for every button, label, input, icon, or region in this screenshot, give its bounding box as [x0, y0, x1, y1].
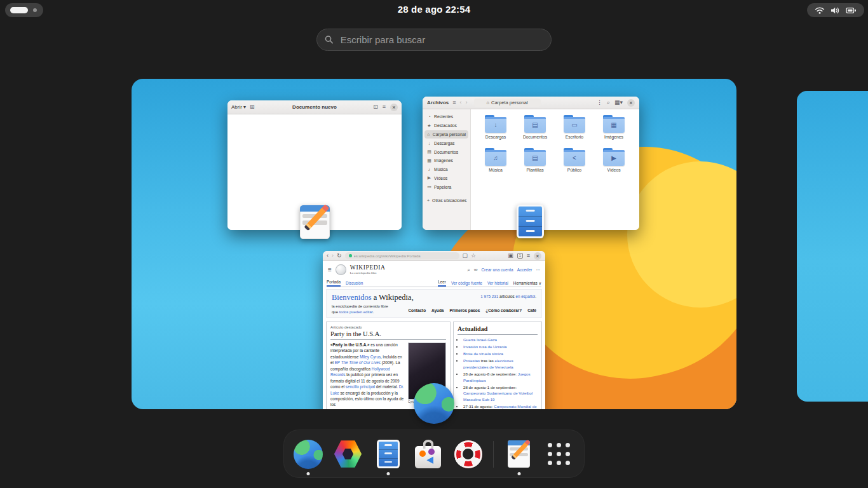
- text-editor-app-icon[interactable]: [297, 204, 333, 240]
- ellipsis-menu-icon[interactable]: ⋯: [536, 268, 541, 273]
- featured-article-title[interactable]: Party in the U.S.A.: [330, 329, 446, 340]
- sidebar-item-recientes[interactable]: ◔Recientes: [424, 112, 468, 121]
- back-icon[interactable]: ‹: [327, 253, 329, 259]
- folder-icon: ▤: [524, 150, 546, 166]
- news-title: Actualidad: [458, 325, 538, 335]
- tab-list-icon[interactable]: ≡: [452, 100, 456, 105]
- files-app-icon[interactable]: [512, 203, 548, 240]
- location-breadcrumb[interactable]: ⌂Carpeta personal: [474, 98, 541, 107]
- create-account-link[interactable]: Crear una cuenta: [481, 268, 513, 272]
- save-icon[interactable]: ⊡: [373, 104, 378, 110]
- folder-descargas[interactable]: ↓Descargas: [476, 117, 515, 150]
- menu-icon[interactable]: ≡: [527, 253, 530, 259]
- sidebar-item-carpeta-personal[interactable]: ⌂Carpeta personal: [424, 130, 468, 139]
- gnome-activities-overview: 28 de ago 22:54 Abrir▾ ⊞ Documento nuevo…: [0, 0, 868, 488]
- news-item[interactable]: 28 de agosto-8 de septiembre: Juegos Par…: [463, 371, 538, 383]
- new-tab-icon[interactable]: ⊞: [250, 104, 255, 110]
- tab-portada[interactable]: Portada: [327, 280, 341, 287]
- star-icon: ★: [427, 123, 431, 128]
- sidebar-item-videos[interactable]: ▶Vídeos: [424, 174, 468, 183]
- address-bar[interactable]: es.wikipedia.org/wiki/Wikipedia:Portada: [345, 252, 459, 259]
- system-status-area[interactable]: [807, 3, 864, 17]
- tab-leer[interactable]: Leer: [438, 280, 446, 287]
- news-item[interactable]: 27-31 de agosto: Campeonato Mundial de A…: [463, 403, 538, 409]
- donate-icon[interactable]: ∞: [474, 267, 478, 273]
- dock-item-files[interactable]: [373, 439, 403, 469]
- link-cafe[interactable]: Café: [527, 308, 536, 313]
- reader-mode-icon[interactable]: ▢: [463, 253, 468, 259]
- sidebar-item-otras-ubicaciones[interactable]: +Otras ubicaciones: [424, 196, 468, 205]
- login-link[interactable]: Acceder: [517, 268, 532, 272]
- folder-musica[interactable]: ♫Música: [476, 150, 515, 183]
- dock-item-photos[interactable]: [333, 439, 363, 469]
- tab-herramientas[interactable]: Herramientas ∨: [513, 281, 541, 287]
- link-primeros-pasos[interactable]: Primeros pasos: [449, 308, 480, 313]
- link-ayuda[interactable]: Ayuda: [431, 308, 444, 313]
- dock-item-text-editor[interactable]: [504, 439, 534, 469]
- news-item[interactable]: Protestas tras las elecciones presidenci…: [463, 358, 538, 370]
- tab-counter[interactable]: 1: [517, 253, 523, 259]
- news-item[interactable]: 28 de agosto-1 de septiembre: Campeonato…: [463, 384, 538, 403]
- wikipedia-wordmark[interactable]: WIKIPEDIA La enciclopedia libre: [350, 265, 386, 275]
- volume-icon: [831, 6, 840, 15]
- tab-discusion[interactable]: Discusión: [346, 281, 363, 287]
- link-contacto[interactable]: Contacto: [408, 308, 426, 313]
- bookmark-star-icon[interactable]: ☆: [471, 253, 476, 259]
- tab-overview-icon[interactable]: ▣: [508, 253, 513, 259]
- folder-documentos[interactable]: ▤Documentos: [515, 117, 555, 150]
- open-button[interactable]: Abrir▾: [231, 104, 246, 110]
- folder-publico[interactable]: <Público: [555, 150, 594, 183]
- folder-imagenes[interactable]: ▦Imágenes: [594, 117, 634, 150]
- web-browser-app-icon[interactable]: [414, 383, 454, 424]
- search-icon[interactable]: ⌕: [467, 267, 470, 273]
- back-icon[interactable]: ‹: [460, 100, 462, 105]
- forward-icon[interactable]: ›: [466, 100, 468, 105]
- padlock-icon: [349, 254, 352, 257]
- folder-icon: ↓: [485, 117, 506, 133]
- workspace-thumbnail-2[interactable]: [797, 91, 868, 402]
- sidebar-item-papelera[interactable]: ▭Papelera: [424, 182, 468, 191]
- folder-plantillas[interactable]: ▤Plantillas: [515, 150, 555, 183]
- close-icon[interactable]: ×: [627, 99, 635, 107]
- home-icon: ⌂: [487, 100, 490, 105]
- image-icon: ▦: [603, 120, 625, 130]
- sidebar-item-destacados[interactable]: ★Destacados: [424, 121, 468, 130]
- workspace-thumbnail-1[interactable]: Abrir▾ ⊞ Documento nuevo ⊡ ≡ × Archivos …: [132, 79, 736, 409]
- dock-item-help[interactable]: [453, 439, 483, 469]
- news-item[interactable]: Invasión rusa de Ucrania: [463, 344, 538, 350]
- news-item[interactable]: Brote de viruela símica: [463, 351, 538, 357]
- sidebar-item-documentos[interactable]: ▤Documentos: [424, 147, 468, 156]
- url-text: es.wikipedia.org/wiki/Wikipedia:Portada: [354, 254, 421, 258]
- kebab-menu-icon[interactable]: ⋮: [597, 100, 602, 105]
- home-icon: ⌂: [427, 132, 430, 137]
- editor-titlebar[interactable]: Abrir▾ ⊞ Documento nuevo ⊡ ≡ ×: [227, 100, 402, 114]
- forward-icon[interactable]: ›: [332, 253, 334, 259]
- hamburger-menu-icon[interactable]: ≡: [328, 266, 332, 273]
- news-item[interactable]: Guerra Israel-Gaza: [463, 337, 538, 343]
- tab-ver-codigo-fuente[interactable]: Ver código fuente: [451, 281, 482, 287]
- close-icon[interactable]: ×: [534, 252, 541, 260]
- view-grid-icon[interactable]: ▦▾: [614, 100, 623, 105]
- folder-icon: <: [564, 150, 585, 166]
- folder-videos[interactable]: ▶Vídeos: [594, 150, 634, 183]
- desktop-icon: ▭: [564, 120, 585, 130]
- folder-escritorio[interactable]: ▭Escritorio: [555, 117, 594, 150]
- sidebar-item-imagenes[interactable]: ▦Imágenes: [424, 156, 468, 165]
- overview-search-bar[interactable]: [316, 29, 552, 51]
- dock-item-app-grid[interactable]: [544, 439, 574, 469]
- clock[interactable]: 28 de ago 22:54: [0, 4, 868, 15]
- search-icon[interactable]: ⌕: [607, 100, 610, 105]
- reload-icon[interactable]: ↻: [337, 253, 342, 259]
- dock-item-software[interactable]: [413, 439, 443, 469]
- sidebar-item-descargas[interactable]: ↓Descargas: [424, 139, 468, 147]
- menu-icon[interactable]: ≡: [383, 104, 386, 110]
- search-input[interactable]: [339, 34, 543, 46]
- close-icon[interactable]: ×: [390, 104, 398, 111]
- dock-item-web-browser[interactable]: [293, 439, 323, 469]
- wikipedia-globe-logo[interactable]: [336, 264, 346, 275]
- tab-ver-historial[interactable]: Ver historial: [487, 281, 508, 287]
- link-como-colaborar[interactable]: ¿Cómo colaborar?: [485, 308, 522, 313]
- files-titlebar[interactable]: Archivos ≡ ‹ › ⌂Carpeta personal ⋮ ⌕ ▦▾ …: [423, 97, 639, 109]
- sidebar-item-musica[interactable]: ♪Música: [424, 165, 468, 174]
- browser-titlebar[interactable]: ‹ › ↻ es.wikipedia.org/wiki/Wikipedia:Po…: [323, 251, 545, 261]
